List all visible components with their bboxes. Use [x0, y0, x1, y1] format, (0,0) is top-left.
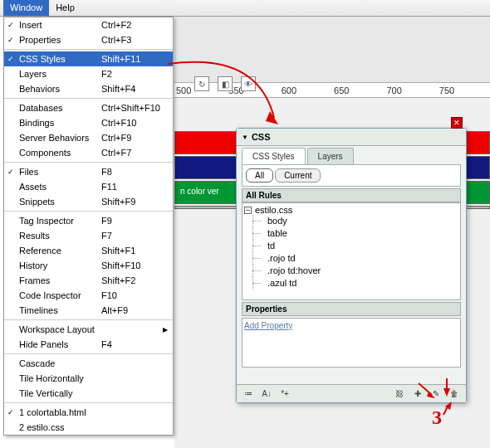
mi-snippets[interactable]: SnippetsShift+F9 — [4, 194, 173, 209]
rules-list[interactable]: −estilo.css body table td .rojo td .rojo… — [242, 202, 461, 300]
mi-assets[interactable]: AssetsF11 — [4, 179, 173, 194]
rule-item[interactable]: body — [244, 215, 458, 227]
document-toolbar: ↻ ◧ 👁 — [174, 17, 490, 83]
window-dropdown: ✓InsertCtrl+F2 ✓PropertiesCtrl+F3 ✓CSS S… — [3, 17, 174, 436]
css-panel: ✕ ▼ CSS CSS Styles Layers All Current Al… — [236, 128, 467, 403]
new-rule-icon[interactable]: ✚ — [411, 387, 424, 401]
rule-item[interactable]: td — [244, 240, 458, 252]
attach-stylesheet-icon[interactable]: ⛓ — [393, 387, 406, 401]
mi-css-styles[interactable]: ✓CSS StylesShift+F11 — [4, 51, 173, 66]
mi-tile-vertically[interactable]: Tile Vertically — [4, 386, 173, 401]
close-icon[interactable]: ✕ — [451, 117, 463, 129]
properties-list[interactable]: Add Property — [242, 318, 461, 368]
mi-code-inspector[interactable]: Code InspectorF10 — [4, 288, 173, 303]
rule-item[interactable]: .rojo td — [244, 252, 458, 265]
properties-header: Properties — [242, 302, 461, 316]
mi-properties[interactable]: ✓PropertiesCtrl+F3 — [4, 32, 173, 47]
mi-server-behaviors[interactable]: Server BehaviorsCtrl+F9 — [4, 130, 173, 145]
rule-item[interactable]: table — [244, 227, 458, 240]
mi-cascade[interactable]: Cascade — [4, 356, 173, 371]
mi-results[interactable]: ResultsF7 — [4, 228, 173, 243]
set-view-icon[interactable]: *+ — [278, 387, 292, 401]
panel-title[interactable]: ▼ CSS — [237, 129, 466, 146]
mi-behaviors[interactable]: BehaviorsShift+F4 — [4, 81, 173, 96]
mi-hide-panels[interactable]: Hide PanelsF4 — [4, 337, 173, 352]
tab-layers[interactable]: Layers — [307, 148, 354, 164]
menu-window[interactable]: Window — [3, 0, 49, 16]
mi-reference[interactable]: ReferenceShift+F1 — [4, 243, 173, 258]
rule-item[interactable]: .rojo td:hover — [244, 265, 458, 277]
mi-insert[interactable]: ✓InsertCtrl+F2 — [4, 17, 173, 32]
subtab-current[interactable]: Current — [275, 168, 321, 183]
mi-timelines[interactable]: TimelinesAlt+F9 — [4, 303, 173, 318]
mi-components[interactable]: ComponentsCtrl+F7 — [4, 145, 173, 160]
collapse-triangle-icon[interactable]: ▼ — [242, 134, 248, 141]
mi-tile-horizontally[interactable]: Tile Horizontally — [4, 371, 173, 386]
mi-doc1[interactable]: ✓1 colortabla.html — [4, 405, 173, 420]
annotation-3: 3 — [432, 407, 442, 429]
all-rules-header: All Rules — [242, 188, 461, 202]
tab-css-styles[interactable]: CSS Styles — [242, 148, 306, 164]
preview-icon[interactable]: 👁 — [241, 76, 256, 91]
mi-databases[interactable]: DatabasesCtrl+Shift+F10 — [4, 100, 173, 115]
subtab-row: All Current — [242, 164, 461, 187]
subtab-all[interactable]: All — [246, 168, 273, 183]
menubar: Window Help — [0, 0, 490, 17]
panel-tabs: CSS Styles Layers — [237, 148, 466, 164]
mi-tag-inspector[interactable]: Tag InspectorF9 — [4, 213, 173, 228]
refresh-icon[interactable]: ↻ — [194, 76, 209, 91]
mi-history[interactable]: HistoryShift+F10 — [4, 258, 173, 273]
list-view-icon[interactable]: A↓ — [260, 387, 273, 401]
mi-frames[interactable]: FramesShift+F2 — [4, 273, 173, 288]
mi-workspace-layout[interactable]: Workspace Layout▶ — [4, 322, 173, 337]
stylesheet-file[interactable]: −estilo.css — [244, 205, 458, 215]
edit-rule-icon[interactable]: ✎ — [429, 387, 443, 401]
menu-help[interactable]: Help — [49, 0, 81, 16]
delete-rule-icon[interactable]: 🗑 — [448, 387, 461, 401]
mi-doc2[interactable]: 2 estilo.css — [4, 420, 173, 435]
mi-files[interactable]: ✓FilesF8 — [4, 164, 173, 179]
panel-footer: ≔ A↓ *+ ⛓ ✚ ✎ 🗑 — [237, 384, 466, 402]
add-property-link[interactable]: Add Property — [244, 321, 292, 330]
rule-item[interactable]: .azul td — [244, 277, 458, 290]
document-icon[interactable]: ◧ — [218, 76, 233, 91]
panel-title-label: CSS — [252, 132, 271, 142]
mi-layers[interactable]: LayersF2 — [4, 66, 173, 81]
mi-bindings[interactable]: BindingsCtrl+F10 — [4, 115, 173, 130]
category-view-icon[interactable]: ≔ — [242, 387, 255, 401]
